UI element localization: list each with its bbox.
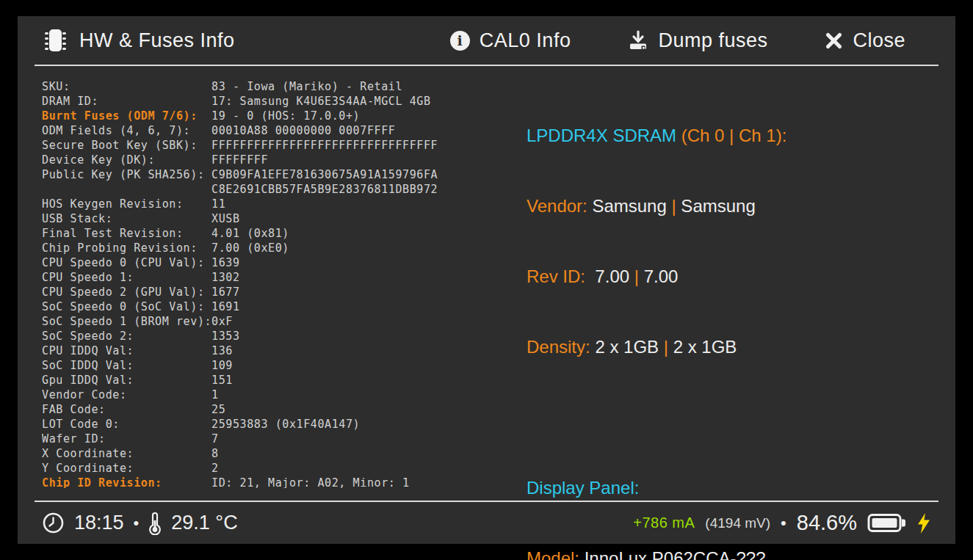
status-bar: 18:15 • 29.1 °C +786 mA (4194 mV) • 84.6…	[42, 502, 931, 544]
fuse-row-cpu-speedo-0: CPU Speedo 0 (CPU Val):1639	[42, 255, 512, 270]
status-dot: •	[134, 514, 140, 533]
dump-fuses-label: Dump fuses	[658, 29, 767, 52]
fuse-label	[42, 182, 211, 197]
fuse-row-soc-speedo-2: SoC Speedo 2:1353	[42, 329, 512, 343]
fuse-row-hos-keygen: HOS Keygen Revision:11	[42, 197, 512, 211]
dump-fuses-button[interactable]: Dump fuses	[628, 29, 767, 52]
close-button[interactable]: Close	[825, 29, 905, 52]
clock-icon	[42, 512, 65, 534]
status-dot: •	[781, 514, 786, 533]
fuse-row-wafer-id: Wafer ID:7	[42, 432, 512, 446]
fuse-value: FFFFFFFFFFFFFFFFFFFFFFFFFFFFFFFF	[211, 138, 438, 153]
fuse-row-cpu-iddq: CPU IDDQ Val:136	[42, 343, 512, 358]
fuse-row-soc-speedo-1: SoC Speedo 1 (BROM rev):0xF	[42, 314, 512, 329]
fuse-label: CPU IDDQ Val:	[42, 343, 211, 358]
fuse-label: Final Test Revision:	[42, 226, 211, 241]
fuse-row-dram-id: DRAM ID:17: Samsung K4U6E3S4AA-MGCL 4GB	[42, 94, 512, 109]
sdram-section-title: LPDDR4X SDRAM (Ch 0 | Ch 1):	[527, 124, 938, 148]
header-separator	[35, 65, 938, 66]
fuse-value: 8	[211, 446, 219, 461]
fuse-row-vendor-code: Vendor Code:1	[42, 388, 512, 402]
fuse-value: 11	[211, 197, 225, 211]
battery-voltage: (4194 mV)	[705, 515, 770, 531]
status-time: 18:15	[74, 512, 124, 534]
fuse-value: 19 - 0 (HOS: 17.0.0+)	[211, 109, 360, 123]
fuse-label: Chip ID Revision:	[42, 476, 211, 488]
screen: HW & Fuses Info i CAL0 Info Dump fuses	[0, 0, 973, 560]
fuse-value: 7	[211, 432, 219, 446]
fuse-value: 00010A88 00000000 0007FFFF	[211, 123, 395, 138]
header-title-group: HW & Fuses Info	[42, 26, 235, 55]
fuse-value: 25	[211, 402, 225, 417]
chip-icon	[42, 26, 68, 55]
battery-current: +786 mA	[633, 514, 695, 531]
fuse-label: DRAM ID:	[42, 94, 211, 109]
fuse-row-public-key: Public Key (PK SHA256):C9B09FA1EFE781630…	[42, 167, 512, 182]
fuse-row-y-coordinate: Y Coordinate:2	[42, 461, 512, 476]
fuse-label: CPU Speedo 0 (CPU Val):	[42, 255, 211, 270]
fuse-label: Device Key (DK):	[42, 153, 211, 167]
fuse-label: SoC Speedo 0 (SoC Val):	[42, 299, 211, 314]
sdram-density: Density: 2 x 1GB | 2 x 1GB	[527, 335, 938, 359]
hw-fuses-panel: HW & Fuses Info i CAL0 Info Dump fuses	[18, 16, 955, 544]
fuse-row-device-key: Device Key (DK):FFFFFFFF	[42, 153, 512, 167]
fuse-value: 109	[211, 358, 233, 373]
fuse-value: 1	[211, 388, 219, 402]
fuse-row-chip-probing: Chip Probing Revision:7.00 (0xE0)	[42, 241, 512, 255]
fuse-row-cpu-speedo-1: CPU Speedo 1:1302	[42, 270, 512, 285]
download-icon	[628, 30, 648, 51]
fuse-label: Wafer ID:	[42, 432, 211, 446]
status-temperature: 29.1 °C	[171, 512, 237, 534]
section-spacer	[527, 406, 938, 429]
fuse-value: 1677	[211, 285, 240, 299]
close-label: Close	[853, 29, 905, 52]
page-title: HW & Fuses Info	[79, 29, 235, 52]
fuse-label: Burnt Fuses (ODM 7/6):	[42, 109, 211, 123]
fuse-value: 4.01 (0x81)	[211, 226, 289, 241]
fuse-label: Chip Probing Revision:	[42, 241, 211, 255]
fuse-label: USB Stack:	[42, 211, 211, 226]
fuse-row-usb-stack: USB Stack:XUSB	[42, 211, 512, 226]
fuse-row-public-key-2: C8E2691CBB57FA5B9E28376811DBB972	[42, 182, 512, 197]
fuse-label: X Coordinate:	[42, 446, 211, 461]
status-right-group: +786 mA (4194 mV) • 84.6%	[633, 511, 931, 535]
fuse-label: CPU Speedo 2 (GPU Val):	[42, 285, 211, 299]
fuse-row-fab-code: FAB Code:25	[42, 402, 512, 417]
fuse-value: FFFFFFFF	[211, 153, 268, 167]
battery-icon	[867, 512, 906, 534]
fuse-row-odm-fields: ODM Fields (4, 6, 7):00010A88 00000000 0…	[42, 123, 512, 138]
fuse-row-final-test: Final Test Revision:4.01 (0x81)	[42, 226, 512, 241]
fuse-row-lot-code: LOT Code 0:25953883 (0x1F40A147)	[42, 417, 512, 432]
sdram-rev-id: Rev ID: 7.00 | 7.00	[527, 265, 938, 288]
header-bar: HW & Fuses Info i CAL0 Info Dump fuses	[18, 16, 955, 65]
fuse-value: 7.00 (0xE0)	[211, 241, 289, 255]
fuse-label: Secure Boot Key (SBK):	[42, 138, 211, 153]
display-panel-title: Display Panel:	[527, 476, 938, 500]
cal0-info-button[interactable]: i CAL0 Info	[450, 29, 571, 52]
fuse-label: SoC Speedo 2:	[42, 329, 211, 343]
fuse-row-sku: SKU:83 - Iowa (Mariko) - Retail	[42, 79, 512, 94]
fuse-label: SoC Speedo 1 (BROM rev):	[42, 314, 211, 329]
header-actions: i CAL0 Info Dump fuses	[450, 16, 905, 65]
fuse-value: 1353	[211, 329, 240, 343]
fuse-value: 136	[211, 343, 233, 358]
fuse-row-gpu-iddq: Gpu IDDQ Val:151	[42, 373, 512, 388]
fuse-value: 151	[211, 373, 233, 388]
fuse-row-burnt-fuses: Burnt Fuses (ODM 7/6):19 - 0 (HOS: 17.0.…	[42, 109, 512, 123]
fuse-row-soc-speedo-0: SoC Speedo 0 (SoC Val):1691	[42, 299, 512, 314]
fuse-row-cpu-speedo-2: CPU Speedo 2 (GPU Val):1677	[42, 285, 512, 299]
fuse-value: 0xF	[211, 314, 233, 329]
status-left-group: 18:15 • 29.1 °C	[42, 511, 238, 535]
fuse-label: Gpu IDDQ Val:	[42, 373, 211, 388]
fuse-row-sbk: Secure Boot Key (SBK):FFFFFFFFFFFFFFFFFF…	[42, 138, 512, 153]
fuse-info-list: SKU:83 - Iowa (Mariko) - Retail DRAM ID:…	[42, 79, 512, 488]
fuse-label: Public Key (PK SHA256):	[42, 167, 211, 182]
fuse-value: 1691	[211, 299, 240, 314]
fuse-label: LOT Code 0:	[42, 417, 211, 432]
fuse-row-chip-id-revision: Chip ID Revision:ID: 21, Major: A02, Min…	[42, 476, 512, 488]
fuse-value: 17: Samsung K4U6E3S4AA-MGCL 4GB	[211, 94, 431, 109]
hardware-info-panel: LPDDR4X SDRAM (Ch 0 | Ch 1): Vendor: Sam…	[527, 77, 938, 560]
close-icon	[825, 32, 843, 50]
fuse-label: SKU:	[42, 79, 211, 94]
fuse-label: FAB Code:	[42, 402, 211, 417]
